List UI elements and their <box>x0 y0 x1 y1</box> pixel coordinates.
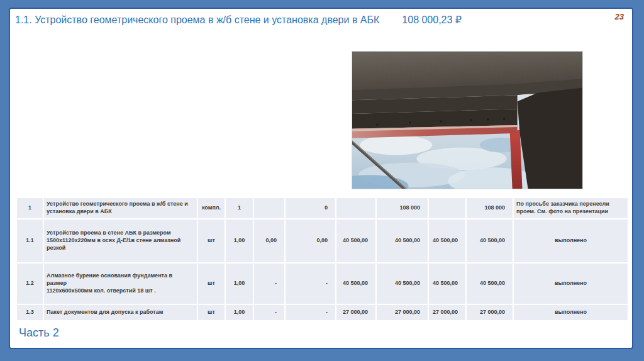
table-cell: - <box>285 263 336 304</box>
table-cell: шт <box>197 263 225 304</box>
table-cell: Пакет документов для допуска к работам <box>43 304 197 321</box>
slide: { "slide": { "title": "1.1. Устройство г… <box>0 0 644 361</box>
table-cell: 40 500,00 <box>376 263 428 304</box>
slide-title-row: 1.1. Устройство геометрического проема в… <box>15 14 619 27</box>
table-cell: - <box>285 304 336 321</box>
footer-part-label: Часть 2 <box>19 326 59 340</box>
table-cell: 1.3 <box>16 304 43 321</box>
table-cell: Устройство геометрического проема в ж/б … <box>43 197 197 219</box>
page-number: 23 <box>615 12 624 21</box>
table-cell: 0,00 <box>285 219 336 263</box>
table-cell: 0,00 <box>253 219 285 263</box>
table-cell: Алмазное бурение основания фундамента в … <box>43 263 197 304</box>
table-cell: 40 500,00 <box>466 219 513 263</box>
photo-dot <box>376 123 378 125</box>
table-cell: 27 000,00 <box>466 304 513 321</box>
slide-title: 1.1. Устройство геометрического проема в… <box>15 14 379 27</box>
table-cell: - <box>253 304 285 321</box>
table-cell <box>336 197 376 219</box>
table-row: 1Устройство геометрического проема в ж/б… <box>16 197 628 219</box>
table-cell: Устройство проема в стене АБК в размером… <box>43 219 197 263</box>
table-cell: 1.1 <box>16 219 43 263</box>
table-cell: выполнено <box>513 304 628 321</box>
slide-content-area: 1.1. Устройство геометрического проема в… <box>9 8 633 349</box>
table-row: 1.2Алмазное бурение основания фундамента… <box>16 263 628 304</box>
door-opening-photo-graphic <box>352 52 582 189</box>
table-cell <box>253 197 285 219</box>
table-cell: выполнено <box>513 263 628 304</box>
table-cell: 1,00 <box>225 263 253 304</box>
photo-dot <box>487 118 489 120</box>
table-cell: 1 <box>16 197 43 219</box>
table-cell: 108 000 <box>466 197 513 219</box>
table-cell: 27 000,00 <box>428 304 466 321</box>
table-cell: 27 000,00 <box>376 304 428 321</box>
table-cell: 1.2 <box>16 263 43 304</box>
table-cell: выполнено <box>513 219 628 263</box>
table-cell: 1 <box>225 197 253 219</box>
table-cell: 40 500,00 <box>336 219 376 263</box>
table-cell: 0 <box>285 197 336 219</box>
photo-dot <box>470 119 472 121</box>
table-row: 1.3Пакет документов для допуска к работа… <box>16 304 628 321</box>
table-cell: 40 500,00 <box>428 219 466 263</box>
table-cell: шт <box>197 304 225 321</box>
table-cell: 40 500,00 <box>466 263 513 304</box>
table-cell: 108 000 <box>376 197 428 219</box>
table-cell <box>428 197 466 219</box>
table-row: 1.1Устройство проема в стене АБК в разме… <box>16 219 628 263</box>
photo-cloud <box>360 135 432 155</box>
table-cell: 40 500,00 <box>428 263 466 304</box>
slide-title-amount: 108 000,23 ₽ <box>402 14 462 27</box>
table-cell: 40 500,00 <box>336 263 376 304</box>
table-cell: - <box>253 263 285 304</box>
photo-dot <box>409 121 411 123</box>
works-table: 1Устройство геометрического проема в ж/б… <box>16 197 629 321</box>
photo-dot <box>503 118 505 119</box>
photo-door-opening <box>352 51 583 189</box>
table-cell: шт <box>197 219 225 263</box>
table-cell: компл. <box>197 197 225 219</box>
table-cell: 40 500,00 <box>376 219 428 263</box>
photo-dot <box>440 120 442 122</box>
table-cell: 1,00 <box>225 304 253 321</box>
table-cell: 27 000,00 <box>336 304 376 321</box>
table-cell: По просьбе заказчика перенесли проем. См… <box>513 197 628 219</box>
table-cell: 1,00 <box>225 219 253 263</box>
